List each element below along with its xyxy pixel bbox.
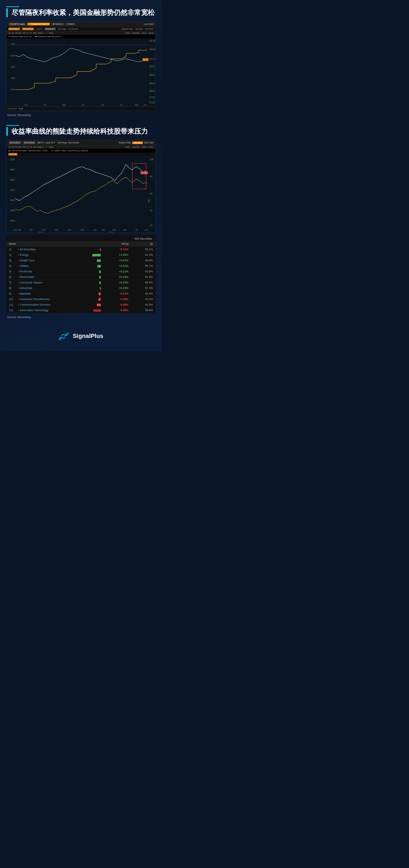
table-row: 4) › Utilities +0.51% 86.7% — [6, 263, 155, 269]
chart2-svg-wrapper: 3200 3000 2800 2600 2400 2200 2000 -100 … — [7, 156, 155, 232]
chart1-add-data[interactable]: Add Data — [135, 28, 143, 30]
chart2-ytd[interactable]: YTD — [22, 146, 26, 148]
svg-text:2400: 2400 — [10, 199, 15, 202]
row-num: 9) — [6, 291, 16, 297]
logo-text: SignalPlus — [72, 333, 103, 339]
svg-text:2022: 2022 — [38, 231, 43, 232]
chart1-date-from: 08/12/2021 — [8, 28, 20, 30]
svg-text:Dec: Dec — [55, 229, 59, 231]
chart1-related-data[interactable]: Related Data — [122, 28, 133, 30]
chart2-1d[interactable]: 1D — [8, 146, 11, 148]
chart1-price-label: Last Price 5.33 — [7, 106, 155, 111]
chart1-toolbar[interactable]: GSUSFCI Index ⚡ Suggested Charts ▾ ⚡ Act… — [7, 22, 155, 27]
toolbar-annotate[interactable]: Annotate — [132, 32, 140, 34]
row-up: 57.3% — [131, 285, 155, 291]
chart1-key-events[interactable]: Key Events — [68, 28, 78, 30]
col-name: Name — [6, 241, 86, 247]
time-max[interactable]: Max — [33, 32, 37, 34]
chart2-annotate[interactable]: Annotate — [132, 146, 140, 148]
time-ytd[interactable]: YTD — [22, 32, 26, 34]
chart2-table[interactable]: Table — [49, 146, 54, 148]
svg-text:Mar: Mar — [135, 104, 138, 106]
toolbar-track[interactable]: Track — [125, 32, 129, 34]
chart2-toolbar[interactable]: 08/13/2022 08/14/2023 Mid Px Local CCY M… — [7, 140, 155, 145]
chart2-mov-avgs[interactable]: Mov Avgs — [58, 142, 67, 144]
svg-text:99.74: 99.74 — [143, 59, 148, 61]
table-row: 12) › Information Technology -0.88% 30.8… — [6, 308, 155, 313]
row-bar — [86, 280, 103, 285]
chart2-key-events[interactable]: Key Events — [68, 142, 79, 144]
row-up: 41.4% — [131, 291, 155, 297]
chart2-date1: 08/13/2022 — [8, 141, 22, 144]
suggested-charts-btn[interactable]: ⚡ Suggested Charts ▾ — [27, 23, 50, 25]
chart2-news[interactable]: News — [142, 146, 147, 148]
signalplus-logo-icon — [59, 332, 70, 340]
row-name: › Financials — [16, 269, 86, 274]
svg-text:2200: 2200 — [10, 209, 15, 212]
row-bar — [86, 302, 103, 308]
chart2-daily[interactable]: Daily ▾ — [37, 146, 43, 148]
chart2-5y[interactable]: 5Y — [30, 146, 32, 148]
source1: Source: Bloomberg — [6, 114, 155, 117]
chart2-track[interactable]: Track — [125, 146, 129, 148]
svg-text:Apr: Apr — [102, 229, 105, 231]
time-1m[interactable]: 1M — [15, 32, 18, 34]
chart2-1y[interactable]: 1Y — [27, 146, 29, 148]
row-num: 8) — [6, 285, 16, 291]
chart1-toolbar2: 1D 3D 1M 6M YTD 1Y 5Y Max Daily ▾ | ≡ | … — [7, 31, 155, 35]
chart-type-label: Line Chart — [144, 23, 154, 25]
edit-btn[interactable]: ✏ Edit ▾ — [66, 23, 76, 25]
table-row: 2) › Energy +1.56% 91.3% — [6, 252, 155, 258]
chart1-legend2: FEDL01 Index (L1) 5.33 — [11, 35, 32, 38]
time-6m[interactable]: 6M — [19, 32, 21, 34]
time-3d[interactable]: 3D — [12, 32, 14, 34]
row-name: › Information Technology — [16, 308, 86, 313]
table-row: 3) › Health Care +0.57% 60.0% — [6, 258, 155, 263]
svg-text:99.74: 99.74 — [149, 58, 155, 60]
row-pct: -0.11% — [103, 247, 131, 252]
chart1-edit-chart[interactable]: Edit Chart — [145, 28, 154, 30]
svg-text:Sep: Sep — [24, 104, 27, 106]
chart2-related-data[interactable]: Related Data — [119, 142, 131, 144]
row-up: 64.9% — [131, 280, 155, 285]
actions-btn[interactable]: ⚡ Actions ▾ — [51, 23, 64, 25]
chart2-3d[interactable]: 3D — [12, 146, 14, 148]
row-num: 12) — [6, 308, 16, 313]
row-name: › Industrials — [16, 285, 86, 291]
chart2-1m[interactable]: 1M — [15, 146, 18, 148]
chart2-6m[interactable]: 6M — [19, 146, 21, 148]
toolbar-zoom[interactable]: Zoom — [149, 32, 154, 34]
toolbar-table[interactable]: Table — [49, 32, 54, 34]
chart2-price-bar: 2944.98 — [7, 153, 155, 156]
chart2-zoom[interactable]: Zoom — [149, 146, 154, 148]
row-bar — [86, 274, 103, 280]
svg-text:99.00: 99.00 — [149, 74, 155, 76]
row-bar — [86, 252, 103, 258]
chart1-svg-wrapper: 4.00 3.00 2.00 1.00 0.00 101.00 100.50 9… — [7, 38, 155, 106]
time-5y[interactable]: 5Y — [30, 32, 32, 34]
svg-text:99.50: 99.50 — [149, 65, 155, 68]
svg-text:Mar: Mar — [93, 229, 97, 231]
chart2-edit-chart[interactable]: Edit Chart — [144, 142, 154, 144]
svg-text:Oct: Oct — [30, 229, 33, 231]
svg-text:3200: 3200 — [10, 158, 15, 161]
table-row: 1) › All Securities -0.11% 55.1% — [6, 247, 155, 252]
svg-text:98.50: 98.50 — [149, 82, 155, 85]
toolbar-news[interactable]: News — [142, 32, 147, 34]
table-row: 9) › Materials -0.27% 41.4% — [6, 291, 155, 297]
svg-text:Mar: Mar — [62, 104, 66, 106]
table-header-row: Name %Chg Up — [6, 241, 155, 247]
row-up: 30.8% — [131, 308, 155, 313]
chart1-price-value: 5.33 — [19, 108, 23, 110]
chart1-mov-avgs[interactable]: Mov Avgs — [58, 28, 66, 30]
svg-text:3000: 3000 — [10, 168, 15, 171]
time-daily[interactable]: Daily ▾ — [37, 32, 43, 34]
time-1y[interactable]: 1Y — [27, 32, 29, 34]
chart1-price-type: Last Px — [36, 28, 42, 30]
svg-text:97.00: 97.00 — [149, 101, 155, 104]
chart2-add-data[interactable]: Add Data — [132, 142, 143, 144]
table-row: 6) › Real Estate +0.19% 61.3% — [6, 274, 155, 280]
chart2-max[interactable]: Max — [33, 146, 37, 148]
time-1d[interactable]: 1D — [8, 32, 11, 34]
row-pct: +0.21% — [103, 269, 131, 274]
